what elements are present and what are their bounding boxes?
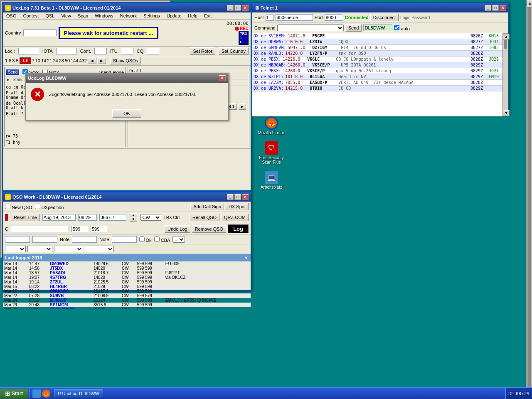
set-country-btn[interactable]: Set Country (219, 47, 249, 55)
cba-checkbox[interactable] (154, 236, 160, 242)
port-value[interactable] (325, 14, 343, 21)
log-row[interactable]: Mar 1419:14ZF2UL21025.5CW599 599 (3, 280, 251, 284)
security-icon-desktop[interactable]: 🛡 Free Security Scan Plus (257, 141, 286, 165)
log-row[interactable]: Mar 1508:22HL4RBR21029CW599 599 (3, 284, 251, 289)
loc-input[interactable] (18, 48, 39, 54)
log-row[interactable]: Mar 1608:18GW1OØC10117.3CW599 599 (3, 289, 251, 293)
minimize-btn[interactable]: _ (227, 5, 234, 11)
dropdown1[interactable] (5, 246, 26, 252)
taskbar-ucxlog[interactable]: U UcxLog DL8DWW (54, 389, 103, 398)
quicklaunch-ie[interactable]: 🌐 (32, 389, 41, 398)
menu-help[interactable]: Help (185, 12, 201, 19)
dxpedition-checkbox[interactable] (35, 204, 40, 209)
rst-sent-field[interactable] (71, 226, 88, 232)
close-btn[interactable]: ✕ (242, 5, 249, 11)
qso-maximize-btn[interactable]: □ (234, 194, 241, 200)
band-left-btn[interactable]: ◄ (88, 57, 96, 64)
remove-qso-btn[interactable]: Remove QSO (192, 225, 226, 233)
log-row[interactable]: Mar 1419:074S7TRG14020CW599 599via OK1CZ (3, 275, 251, 280)
reset-time-btn[interactable]: Reset Time (11, 214, 40, 221)
telnet-scrollbar[interactable]: ▲ ▼ (502, 33, 508, 116)
maximize-btn[interactable]: □ (234, 5, 241, 11)
error-ok-btn[interactable]: OK (112, 109, 141, 118)
telnet-dx-row[interactable]: DX de PB5X:14220.0VK6LCCQ CQ LOngpath & … (252, 57, 502, 62)
menu-settings[interactable]: Settings (140, 12, 163, 19)
cba-select[interactable]: ... (172, 236, 185, 243)
telnet-dx-row[interactable]: DX de PB5X:14260.0VK5CE/Pqsx 5 up 0c-261… (252, 68, 502, 74)
qso-close-btn[interactable]: ✕ (242, 194, 249, 200)
new-qso-checkbox[interactable] (5, 204, 10, 209)
callsign-value[interactable] (363, 25, 392, 31)
band-right-btn[interactable]: ► (97, 57, 106, 64)
menu-scan[interactable]: Scan (74, 12, 91, 19)
country-input[interactable] (23, 30, 57, 36)
note2-field[interactable] (112, 236, 137, 243)
freq-down-btn[interactable]: ▼ (130, 217, 137, 222)
menu-view[interactable]: View (58, 12, 74, 19)
dropdown3[interactable] (54, 246, 83, 252)
rst-rcvd-field[interactable] (91, 226, 107, 232)
telnet-close-btn[interactable]: ✕ (500, 5, 506, 11)
telnet-maximize-btn[interactable]: □ (492, 5, 499, 11)
start-button[interactable]: ⊞ Start (0, 389, 28, 399)
set-rotor-btn[interactable]: Set Rotor (190, 47, 215, 55)
show-qsos-btn[interactable]: Show QSOs (110, 57, 141, 64)
telnet-dx-row[interactable]: DX de EA7ZM:7055.0EA5BX/PVERT. AB-049- 7… (252, 80, 502, 86)
menu-windows[interactable]: Windows (91, 12, 117, 19)
log-row[interactable]: Mar 2920:48SP1MGM3515.9CW599 599 (3, 303, 251, 307)
menu-qso[interactable]: QSO (3, 12, 20, 19)
log-row[interactable]: Mar 1414:47GM0WED14029.6CW599 599EU-009 (3, 261, 251, 266)
mode-select[interactable]: CW SSB FM (140, 214, 161, 221)
dx-panel-scrollbar[interactable]: ▲ ▼ (526, 0, 532, 399)
log-btn[interactable]: Log (228, 224, 249, 233)
cq-input[interactable] (147, 48, 159, 54)
log-row[interactable]: Mar 1414:58JT5DX14020CW599 599 (3, 266, 251, 271)
log-row[interactable]: Mar 3009:09A6/DL9WVM21005CW599 599 (3, 307, 251, 309)
next-set-btn[interactable]: ► (239, 103, 246, 110)
undo-log-btn[interactable]: Undo Log (165, 225, 190, 233)
quicklaunch-firefox[interactable]: 🦊 (42, 389, 50, 398)
extra-field2[interactable] (32, 236, 57, 243)
send-btn[interactable]: Send (345, 24, 362, 32)
callsign-field[interactable] (11, 226, 69, 232)
itu-input[interactable] (121, 48, 133, 54)
dropdown2[interactable] (27, 246, 52, 252)
telnet-dx-row[interactable]: DX de RA4LB:14220.0LY2FN/Ptnx for QSO082… (252, 51, 502, 57)
dx-spot-btn[interactable]: DX Spot (226, 203, 249, 210)
menu-update[interactable]: Update (163, 12, 185, 19)
computer-icon-desktop[interactable]: 💻 Arbeitsplatz (261, 171, 282, 190)
recall-qso-btn[interactable]: Recall QSO (190, 214, 219, 221)
freq-up-btn[interactable]: ▲ (130, 213, 137, 217)
auto-checkbox[interactable] (394, 25, 399, 30)
qrz-btn[interactable]: QRZ.COM (221, 214, 249, 221)
log-row[interactable]: Mar 1418:57PV8ADI21018.7CW599 599FJ92PT (3, 271, 251, 275)
disconnect-btn[interactable]: Disconnect (370, 14, 399, 21)
telnet-dx-row[interactable]: DX de GM4FVM:50471.0OZ7IGYPI4 -16 dB Q=3… (252, 45, 502, 51)
qso-minimize-btn[interactable]: _ (227, 194, 234, 200)
dropdown4[interactable] (85, 246, 114, 252)
telnet-dx-row[interactable]: DX de DO8WA:21010.0LZ3IWCQDX0827ZJO31 (252, 39, 502, 45)
menu-network[interactable]: Network (117, 12, 140, 19)
log-row[interactable]: Mar 2207:28SU9VB21006.9CW599 579 (3, 293, 251, 298)
command-input[interactable] (277, 25, 344, 31)
menu-qsl[interactable]: QSL (42, 12, 58, 19)
freq-field[interactable] (99, 214, 126, 221)
host-num[interactable] (266, 15, 274, 21)
menu-exit[interactable]: Exit (201, 12, 215, 19)
iota-input[interactable] (56, 48, 77, 54)
date-field[interactable] (42, 214, 76, 221)
telnet-dx-row[interactable]: DX de SV1EEM:14071.8F5GPE0826ZKM18 (252, 33, 502, 39)
ok-checkbox[interactable] (139, 236, 145, 242)
extra-field1[interactable] (5, 236, 30, 243)
telnet-minimize-btn[interactable]: _ (485, 5, 491, 11)
time-field[interactable] (78, 214, 97, 221)
add-call-sign-btn[interactable]: Add Call Sign (190, 203, 224, 210)
note1-field[interactable] (72, 236, 97, 243)
menu-contest[interactable]: Contest (20, 12, 42, 19)
log-row[interactable]: Mar 2408:18MJ0ASP10124CW599 599EU-013 vi… (3, 298, 251, 303)
firefox-icon-desktop[interactable]: 🦊 Mozilla Firefox (258, 116, 285, 135)
telnet-dx-row[interactable]: DX de W3LPL:10118.0HL1LUAHeard in NV0829… (252, 74, 502, 80)
telnet-dx-row[interactable]: DX de UR2VA:14215.0UT9IOCQ CQ0829Z (252, 86, 502, 91)
cont-input[interactable] (94, 48, 107, 54)
telnet-dx-row[interactable]: DX de HB9OAB:14260.0VK5CE/PUP5 IOTA OC26… (252, 62, 502, 68)
